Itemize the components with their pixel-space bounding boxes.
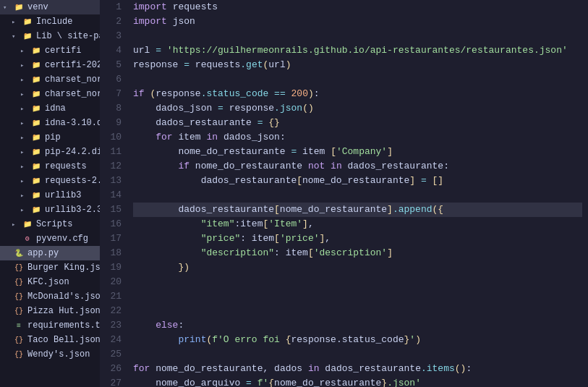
sidebar-item-reqtxt[interactable]: ▸ ≡ requirements.txt xyxy=(0,318,100,333)
code-editor: 12345 678910 1112131415 1617181920 21222… xyxy=(100,0,588,387)
folder-icon: 📁 xyxy=(30,161,42,172)
sidebar-item-label: certifi xyxy=(45,46,81,56)
code-line-15: dados_restaurante[nome_do_restaurante].a… xyxy=(133,203,582,217)
chevron-right-icon: ▸ xyxy=(20,47,29,55)
chevron-right-icon: ▸ xyxy=(20,76,29,84)
folder-icon: 📁 xyxy=(22,218,33,230)
sidebar: ▾ 📁 venv ▸ 📁 Include ▾ 📁 Lib \ site-pack… xyxy=(0,0,100,387)
sidebar-item-apppy[interactable]: ▸ 🐍 app.py xyxy=(0,246,100,260)
sidebar-item-include[interactable]: ▸ 📁 Include xyxy=(0,14,100,29)
code-line-3 xyxy=(133,29,582,43)
sidebar-item-idnadist[interactable]: ▸ 📁 idna-3.10.dist-i... xyxy=(0,116,100,130)
sidebar-item-label: requests-2.32.3... xyxy=(45,176,100,186)
code-line-18: "description": item['description'] xyxy=(133,246,582,260)
folder-icon: 📁 xyxy=(30,59,42,71)
sidebar-item-label: Scripts xyxy=(36,219,72,229)
sidebar-item-kfcjson[interactable]: ▸ {} KFC.json xyxy=(0,275,100,289)
sidebar-item-label: Taco Bell.json xyxy=(27,335,100,345)
sidebar-item-label: Wendy's.json xyxy=(27,349,90,360)
chevron-right-icon: ▸ xyxy=(20,134,29,142)
folder-icon: 📁 xyxy=(22,16,33,27)
sidebar-item-label: pyvenv.cfg xyxy=(36,234,88,244)
chevron-right-icon: ▸ xyxy=(20,148,29,156)
sidebar-item-pip[interactable]: ▸ 📁 pip xyxy=(0,130,100,145)
code-line-22 xyxy=(133,304,582,318)
sidebar-item-requests232[interactable]: ▸ 📁 requests-2.32.3... xyxy=(0,174,100,188)
sidebar-item-label: pip xyxy=(45,132,61,143)
gear-icon: ⚙ xyxy=(22,233,33,244)
folder-icon: 📁 xyxy=(30,146,42,158)
code-line-26: for nome_do_restaurante, dados in dados_… xyxy=(133,362,582,376)
sidebar-item-label: Lib \ site-packages xyxy=(36,31,100,41)
chevron-right-icon: ▸ xyxy=(20,192,29,200)
folder-icon: 📁 xyxy=(30,190,42,201)
code-line-5: response = requests.get(url) xyxy=(133,58,582,72)
folder-icon: 📁 xyxy=(30,103,42,114)
sidebar-item-mcdjson[interactable]: ▸ {} McDonald's.json xyxy=(0,289,100,304)
code-line-27: nome_do_arquivo = f'{nome_do_restaurante… xyxy=(133,376,582,387)
python-icon: 🐍 xyxy=(13,247,25,259)
folder-icon: 📁 xyxy=(30,175,42,187)
sidebar-item-idna[interactable]: ▸ 📁 idna xyxy=(0,101,100,116)
chevron-down-icon: ▾ xyxy=(12,33,20,41)
sidebar-item-label: venv xyxy=(27,2,48,12)
sidebar-item-venv[interactable]: ▾ 📁 venv xyxy=(0,0,100,14)
json-icon: {} xyxy=(13,262,25,273)
code-line-11: nome_do_restaurante = item ['Company'] xyxy=(133,145,582,159)
folder-icon: 📁 xyxy=(30,204,42,216)
code-line-14 xyxy=(133,188,582,203)
sidebar-item-label: KFC.json xyxy=(27,277,69,287)
folder-icon: 📁 xyxy=(30,88,42,100)
sidebar-item-urllib3dist[interactable]: ▸ 📁 urllib3-2.3.0.dis... xyxy=(0,203,100,217)
sidebar-item-certifi[interactable]: ▸ 📁 certifi xyxy=(0,43,100,58)
code-line-9: dados_restaurante = {} xyxy=(133,116,582,130)
chevron-right-icon: ▸ xyxy=(20,90,29,98)
sidebar-item-requests[interactable]: ▸ 📁 requests xyxy=(0,159,100,174)
sidebar-item-tacojson[interactable]: ▸ {} Taco Bell.json xyxy=(0,333,100,347)
sidebar-item-charset2[interactable]: ▸ 📁 charset_norma... xyxy=(0,87,100,101)
json-icon: {} xyxy=(13,334,25,346)
code-line-10: for item in dados_json: xyxy=(133,130,582,145)
sidebar-item-label: idna xyxy=(45,103,66,114)
json-icon: {} xyxy=(13,349,25,360)
sidebar-item-label: Burger King.json xyxy=(27,263,100,273)
sidebar-item-label: Pizza Hut.json xyxy=(27,306,100,316)
sidebar-item-burgerjson[interactable]: ▸ {} Burger King.json xyxy=(0,260,100,275)
sidebar-item-urllib3[interactable]: ▸ 📁 urllib3 xyxy=(0,188,100,203)
code-line-4: url = 'https://guilhermeonrails.github.i… xyxy=(133,43,582,58)
sidebar-item-pizzajson[interactable]: ▸ {} Pizza Hut.json xyxy=(0,304,100,318)
sidebar-item-pip24[interactable]: ▸ 📁 pip-24.2.dist-in... xyxy=(0,145,100,159)
sidebar-item-label: idna-3.10.dist-i... xyxy=(45,118,100,128)
sidebar-item-scripts[interactable]: ▸ 📁 Scripts xyxy=(0,217,100,231)
folder-icon: 📁 xyxy=(30,132,42,143)
code-line-6 xyxy=(133,72,582,87)
sidebar-item-lib[interactable]: ▾ 📁 Lib \ site-packages xyxy=(0,29,100,43)
code-line-21 xyxy=(133,289,582,304)
sidebar-item-label: app.py xyxy=(27,248,59,258)
chevron-right-icon: ▸ xyxy=(20,206,29,214)
sidebar-item-label: Include xyxy=(36,17,72,27)
sidebar-item-wendysjson[interactable]: ▸ {} Wendy's.json xyxy=(0,347,100,362)
json-icon: {} xyxy=(13,291,25,302)
sidebar-item-pyvenv[interactable]: ▸ ⚙ pyvenv.cfg xyxy=(0,231,100,246)
code-line-19: }) xyxy=(133,260,582,275)
sidebar-item-label: McDonald's.json xyxy=(27,292,100,302)
chevron-right-icon: ▸ xyxy=(20,119,29,127)
folder-icon: 📁 xyxy=(30,45,42,56)
sidebar-item-label: requirements.txt xyxy=(27,320,100,331)
code-line-8: dados_json = response.json() xyxy=(133,101,582,116)
chevron-right-icon: ▸ xyxy=(20,177,29,185)
json-icon: {} xyxy=(13,276,25,288)
sidebar-item-label: charset_norma... xyxy=(45,89,100,99)
code-line-13: dados_restaurante[nome_do_restaurante] =… xyxy=(133,174,582,188)
chevron-right-icon: ▸ xyxy=(12,18,20,26)
code-content[interactable]: import requests import json url = 'https… xyxy=(127,0,588,387)
chevron-right-icon: ▸ xyxy=(20,61,29,69)
sidebar-item-certifi2024[interactable]: ▸ 📁 certifi-2024.12... xyxy=(0,58,100,72)
sidebar-item-charset1[interactable]: ▸ 📁 charset_norma... xyxy=(0,72,100,87)
code-line-24: print(f'O erro foi {response.status_code… xyxy=(133,333,582,347)
code-line-16: "item":item['Item'], xyxy=(133,217,582,231)
sidebar-item-label: urllib3 xyxy=(45,190,81,200)
sidebar-item-label: requests xyxy=(45,161,87,171)
line-numbers: 12345 678910 1112131415 1617181920 21222… xyxy=(100,0,127,387)
